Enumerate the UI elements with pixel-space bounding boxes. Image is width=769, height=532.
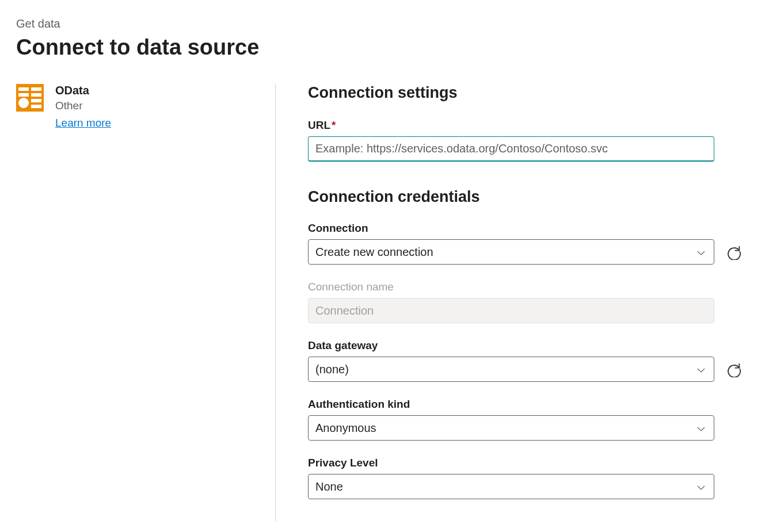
chevron-down-icon — [696, 482, 706, 491]
content: OData Other Learn more Connection settin… — [16, 84, 753, 521]
connector-name: OData — [55, 84, 111, 97]
chevron-down-icon — [696, 365, 706, 374]
data-gateway-select-value: (none) — [315, 363, 349, 376]
connector-panel: OData Other Learn more — [16, 84, 275, 521]
connection-credentials-heading: Connection credentials — [308, 188, 748, 206]
url-label: URL* — [308, 119, 748, 132]
odata-icon — [16, 84, 44, 112]
privacy-level-field: Privacy Level None — [308, 457, 748, 499]
connection-name-input — [308, 298, 714, 323]
data-gateway-label: Data gateway — [308, 339, 748, 352]
data-gateway-field: Data gateway (none) — [308, 339, 748, 382]
connection-name-field: Connection name — [308, 281, 748, 323]
page-title: Connect to data source — [16, 35, 753, 60]
connection-field: Connection Create new connection — [308, 222, 748, 265]
chevron-down-icon — [696, 423, 706, 433]
chevron-down-icon — [696, 247, 706, 257]
svg-rect-3 — [18, 93, 29, 97]
required-indicator: * — [332, 119, 336, 131]
privacy-level-select-value: None — [315, 480, 343, 493]
privacy-level-label: Privacy Level — [308, 457, 748, 469]
refresh-icon — [726, 244, 742, 260]
refresh-icon — [726, 361, 742, 377]
data-gateway-select[interactable]: (none) — [308, 357, 714, 382]
svg-rect-5 — [31, 99, 41, 102]
learn-more-link[interactable]: Learn more — [55, 117, 111, 129]
connection-name-label: Connection name — [308, 281, 748, 293]
connector-category: Other — [55, 99, 111, 112]
connector-info: OData Other Learn more — [55, 84, 111, 129]
svg-rect-4 — [31, 93, 41, 97]
refresh-connection-button[interactable] — [725, 243, 743, 261]
svg-rect-1 — [18, 87, 29, 91]
privacy-level-select[interactable]: None — [308, 474, 714, 499]
connection-label: Connection — [308, 222, 748, 235]
authentication-kind-select[interactable]: Anonymous — [308, 415, 714, 441]
authentication-kind-select-value: Anonymous — [315, 422, 376, 435]
svg-rect-2 — [31, 87, 41, 91]
form-panel: Connection settings URL* Connection cred… — [276, 84, 748, 521]
refresh-gateway-button[interactable] — [725, 360, 743, 378]
connection-select[interactable]: Create new connection — [308, 239, 714, 265]
url-field: URL* — [308, 119, 748, 162]
svg-point-7 — [18, 98, 29, 108]
authentication-kind-field: Authentication kind Anonymous — [308, 398, 748, 441]
authentication-kind-label: Authentication kind — [308, 398, 748, 411]
connection-settings-heading: Connection settings — [308, 84, 748, 102]
svg-rect-6 — [31, 105, 41, 108]
url-input[interactable] — [308, 136, 714, 162]
connection-select-value: Create new connection — [315, 246, 433, 259]
url-label-text: URL — [308, 119, 330, 131]
breadcrumb: Get data — [16, 17, 753, 30]
